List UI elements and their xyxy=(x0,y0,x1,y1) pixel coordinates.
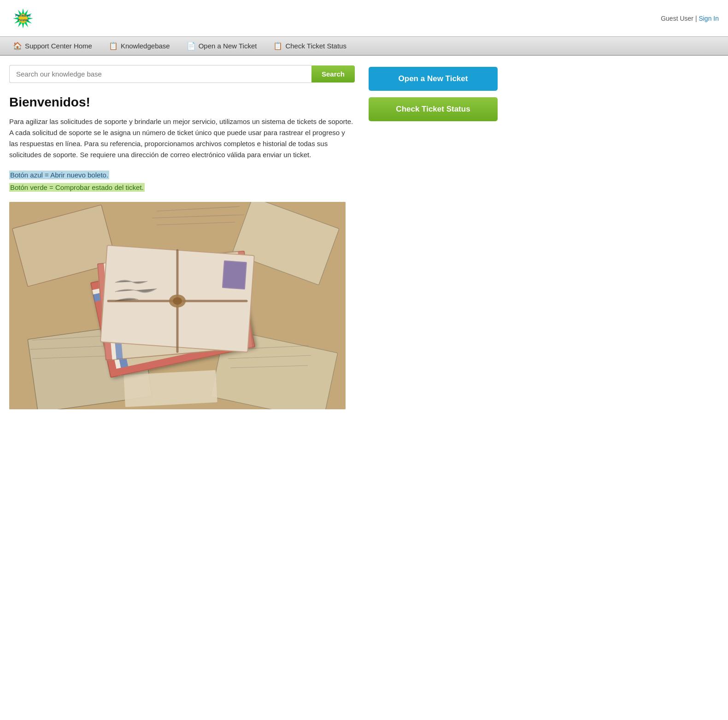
navbar: 🏠 Support Center Home 📋 Knowledgebase 📄 … xyxy=(0,36,728,56)
logo-icon: Paradise Postal xyxy=(9,5,37,32)
open-ticket-button[interactable]: Open a New Ticket xyxy=(369,67,498,91)
highlight-blue-line: Botón azul = Abrir nuevo boleto. xyxy=(9,169,355,181)
search-bar: Search xyxy=(9,65,355,83)
highlight-green-text: Botón verde = Comprobar estado del ticke… xyxy=(9,183,145,192)
nav-open-ticket[interactable]: 📄 Open a New Ticket xyxy=(178,37,265,55)
user-area: Guest User | Sign In xyxy=(661,15,719,22)
left-column: Search Bienvenidos! Para agilizar las so… xyxy=(9,65,355,409)
highlight-blue-text: Botón azul = Abrir nuevo boleto. xyxy=(9,171,109,179)
page-header: Paradise Postal Guest User | Sign In xyxy=(0,0,728,36)
sign-in-link[interactable]: Sign In xyxy=(699,15,719,22)
right-column: Open a New Ticket Check Ticket Status xyxy=(369,65,498,409)
postal-image xyxy=(9,202,346,409)
svg-text:Paradise: Paradise xyxy=(15,13,31,18)
logo-area: Paradise Postal xyxy=(9,5,39,32)
search-button[interactable]: Search xyxy=(311,65,355,83)
welcome-text: Para agilizar las solicitudes de soporte… xyxy=(9,116,355,160)
nav-check-status[interactable]: 📋 Check Ticket Status xyxy=(265,37,355,55)
book-icon: 📋 xyxy=(109,41,118,50)
nav-knowledgebase[interactable]: 📋 Knowledgebase xyxy=(100,37,178,55)
status-icon: 📋 xyxy=(273,41,282,50)
svg-rect-55 xyxy=(223,261,246,289)
search-input[interactable] xyxy=(9,65,311,83)
home-icon: 🏠 xyxy=(13,41,22,50)
svg-marker-6 xyxy=(22,22,24,29)
svg-text:Postal: Postal xyxy=(18,18,29,22)
highlight-green-line: Botón verde = Comprobar estado del ticke… xyxy=(9,181,355,194)
highlights-block: Botón azul = Abrir nuevo boleto. Botón v… xyxy=(9,169,355,194)
nav-support-home-label: Support Center Home xyxy=(25,42,92,50)
svg-point-59 xyxy=(173,297,182,305)
nav-open-ticket-label: Open a New Ticket xyxy=(199,42,257,50)
nav-knowledgebase-label: Knowledgebase xyxy=(121,42,170,50)
welcome-heading: Bienvenidos! xyxy=(9,95,355,110)
svg-rect-24 xyxy=(123,370,217,407)
nav-check-status-label: Check Ticket Status xyxy=(285,42,346,50)
nav-support-home[interactable]: 🏠 Support Center Home xyxy=(5,37,100,55)
check-status-button[interactable]: Check Ticket Status xyxy=(369,97,498,121)
ticket-icon: 📄 xyxy=(187,41,196,50)
postal-image-inner xyxy=(9,202,346,409)
guest-user-label: Guest User xyxy=(661,15,693,22)
main-container: Search Bienvenidos! Para agilizar las so… xyxy=(0,56,507,419)
